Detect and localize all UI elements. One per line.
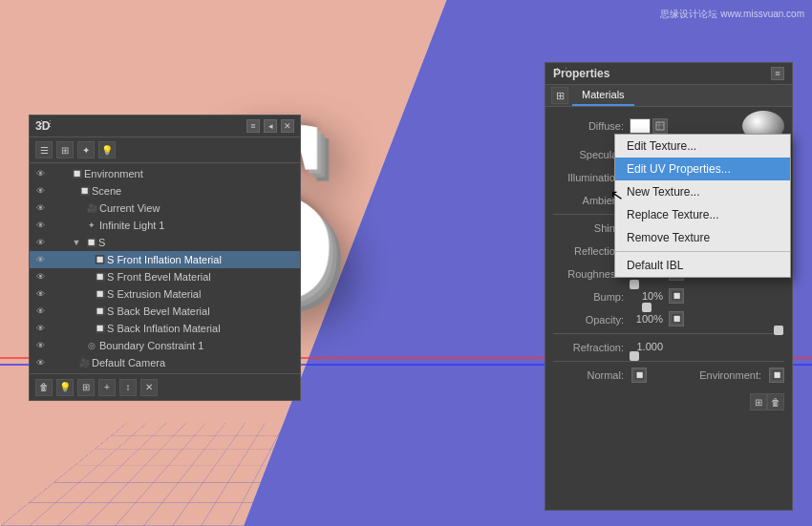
- tree-label: S Extrusion Material: [107, 288, 201, 300]
- resize-handle: ⋮⋮: [553, 67, 570, 76]
- material-icon: 🔲: [93, 287, 106, 301]
- context-menu-item-remove-texture[interactable]: Remove Texture: [615, 226, 790, 249]
- folder-icon: 🔲: [70, 167, 83, 180]
- eye-icon[interactable]: 👁: [33, 219, 47, 232]
- s-mesh-icon: 🔲: [84, 236, 97, 249]
- tree-item-boundary[interactable]: 👁 ◎ Boundary Constraint 1: [30, 337, 300, 354]
- camera-icon: 🎥: [85, 201, 98, 215]
- prop-opacity: Opacity: 100% 🔲: [553, 310, 784, 329]
- tree-item-environment[interactable]: 👁 🔲 Environment: [30, 165, 300, 182]
- context-menu-item-replace-texture[interactable]: Replace Texture...: [615, 203, 790, 226]
- resize-handle: ⋮⋮: [37, 119, 54, 129]
- lock-icon: [48, 236, 61, 249]
- tree-label: Default Camera: [92, 357, 165, 368]
- tree-item-s[interactable]: 👁 ▼ 🔲 S: [30, 234, 300, 251]
- light-icon: ✦: [85, 219, 98, 232]
- toolbar-list-icon[interactable]: ☰: [35, 141, 53, 158]
- tree-label: Boundary Constraint 1: [99, 340, 203, 351]
- props-panel-controls: ≡: [771, 67, 784, 80]
- opacity-value: 100%: [630, 313, 663, 325]
- mesh-icon: ▼: [70, 236, 83, 249]
- properties-panel: ⋮⋮ Properties ≡ ⊞ Materials Diffuse: Spe…: [545, 62, 793, 511]
- prop-refraction-label: Refraction:: [553, 342, 630, 353]
- eye-icon[interactable]: 👁: [33, 201, 47, 215]
- material-icon: 🔲: [93, 305, 106, 318]
- panel-close-btn[interactable]: ✕: [281, 119, 294, 133]
- eye-icon[interactable]: 👁: [33, 322, 47, 335]
- tree-item-default-camera[interactable]: 👁 🎥 Default Camera: [30, 354, 300, 371]
- toolbar-light-icon[interactable]: ✦: [77, 141, 95, 158]
- toolbar-table-icon[interactable]: ⊞: [56, 141, 74, 158]
- context-menu-item-new-texture[interactable]: New Texture...: [615, 180, 790, 203]
- scene-icon: 🔲: [77, 184, 91, 198]
- tree-label: S Front Bevel Material: [107, 271, 211, 283]
- bottom-trash-icon[interactable]: 🗑: [35, 379, 53, 396]
- watermark: 思缘设计论坛 www.missvuan.com: [660, 8, 804, 21]
- bottom-add-icon[interactable]: +: [98, 379, 116, 396]
- eye-icon[interactable]: 👁: [33, 253, 47, 266]
- prop-bump-label: Bump:: [553, 291, 630, 303]
- bottom-delete-icon[interactable]: ✕: [140, 379, 158, 396]
- lock-icon: [48, 270, 61, 284]
- eye-icon[interactable]: 👁: [33, 270, 47, 284]
- tree-label: Environment: [84, 168, 143, 179]
- eye-icon[interactable]: 👁: [33, 305, 47, 318]
- lock-icon: [48, 219, 61, 232]
- tree-item-s-extrusion[interactable]: 👁 🔲 S Extrusion Material: [30, 285, 300, 303]
- tree-item-infinite-light[interactable]: 👁 ✦ Infinite Light 1: [30, 217, 300, 234]
- prop-normal-env: Normal: 🔲 Environment: 🔲: [553, 366, 784, 385]
- bottom-light-icon[interactable]: 💡: [56, 379, 74, 396]
- tree-item-current-view[interactable]: 👁 🎥 Current View: [30, 200, 300, 217]
- tree-item-s-back-bevel[interactable]: 👁 🔲 S Back Bevel Material: [30, 303, 300, 320]
- props-bottom-toolbar: ⊞ 🗑: [553, 392, 784, 411]
- prop-diffuse-label: Diffuse:: [553, 120, 630, 132]
- tree-item-s-front-bevel[interactable]: 👁 🔲 S Front Bevel Material: [30, 268, 300, 285]
- props-menu-btn[interactable]: ≡: [771, 67, 784, 80]
- eye-icon[interactable]: 👁: [33, 356, 47, 369]
- prop-bump: Bump: 10% 🔲: [553, 287, 784, 306]
- lock-icon: [48, 253, 61, 266]
- diffuse-swatch[interactable]: [630, 118, 651, 134]
- eye-icon[interactable]: 👁: [33, 167, 47, 180]
- tree-label: Current View: [99, 202, 160, 214]
- props-add-texture-btn[interactable]: ⊞: [750, 393, 767, 410]
- panel-menu-btn[interactable]: ≡: [246, 119, 260, 133]
- normal-texture-btn[interactable]: 🔲: [631, 368, 647, 383]
- diffuse-texture-btn[interactable]: [652, 118, 668, 134]
- opacity-texture-btn[interactable]: 🔲: [669, 311, 684, 326]
- tree-label: S Back Bevel Material: [107, 305, 210, 317]
- eye-icon[interactable]: 👁: [33, 287, 47, 301]
- context-menu-item-default-ibl[interactable]: Default IBL: [615, 254, 790, 277]
- context-menu-item-edit-texture[interactable]: Edit Texture...: [615, 135, 790, 158]
- prop-normal-label: Normal:: [553, 369, 630, 381]
- panel-collapse-btn[interactable]: ◂: [264, 119, 277, 133]
- props-delete-texture-btn[interactable]: 🗑: [767, 393, 784, 410]
- tree-label: S Front Inflation Material: [107, 254, 222, 265]
- svg-rect-0: [656, 122, 664, 130]
- eye-icon[interactable]: 👁: [33, 184, 47, 198]
- divider-3: [553, 361, 784, 362]
- tree-item-s-front-inflation[interactable]: 👁 🔲 S Front Inflation Material: [30, 251, 300, 268]
- lock-icon: [48, 305, 61, 318]
- material-icon: 🔲: [93, 253, 106, 266]
- bump-texture-btn[interactable]: 🔲: [669, 288, 684, 304]
- constraint-icon: ◎: [85, 339, 98, 352]
- lock-icon: [48, 201, 61, 215]
- tree-item-s-back-inflation[interactable]: 👁 🔲 S Back Inflation Material: [30, 320, 300, 337]
- 3d-toolbar: ☰ ⊞ ✦ 💡: [30, 137, 300, 163]
- tab-materials[interactable]: Materials: [572, 85, 634, 106]
- materials-tab-icon: ⊞: [551, 87, 568, 104]
- eye-icon[interactable]: 👁: [33, 339, 47, 352]
- tree-label: Scene: [92, 185, 121, 197]
- bottom-move-icon[interactable]: ↕: [119, 379, 137, 396]
- tree-label: S Back Inflation Material: [107, 323, 221, 334]
- prop-refraction: Refraction: 1.000: [553, 338, 784, 357]
- eye-icon[interactable]: 👁: [33, 236, 47, 249]
- lock-icon: [48, 356, 61, 369]
- env-texture-btn[interactable]: 🔲: [769, 368, 784, 383]
- bottom-render-icon[interactable]: ⊞: [77, 379, 95, 396]
- context-menu-item-edit-uv[interactable]: Edit UV Properties...: [615, 158, 790, 180]
- lock-icon: [48, 339, 61, 352]
- tree-item-scene[interactable]: 👁 🔲 Scene: [30, 182, 300, 200]
- toolbar-bulb-icon[interactable]: 💡: [98, 141, 116, 158]
